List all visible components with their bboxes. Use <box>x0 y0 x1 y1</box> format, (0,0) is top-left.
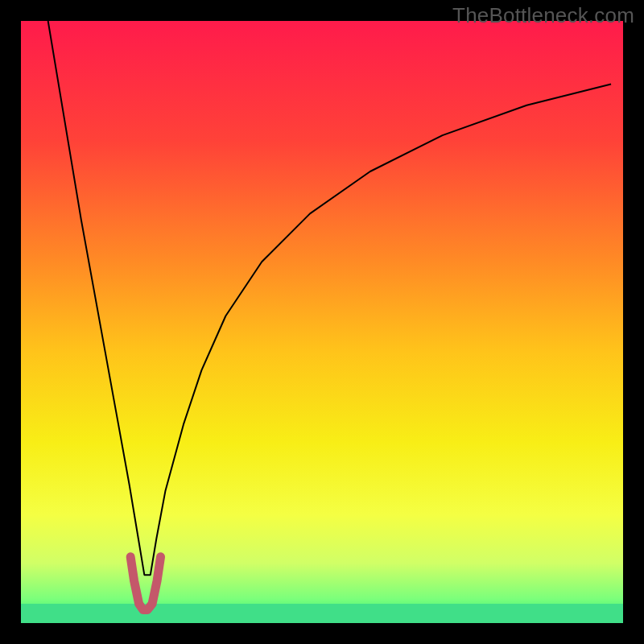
svg-rect-1 <box>21 604 623 623</box>
outer-frame: TheBottleneck.com <box>0 0 644 644</box>
watermark-text: TheBottleneck.com <box>452 3 634 28</box>
svg-rect-0 <box>21 21 623 623</box>
chart-plot <box>21 21 623 623</box>
